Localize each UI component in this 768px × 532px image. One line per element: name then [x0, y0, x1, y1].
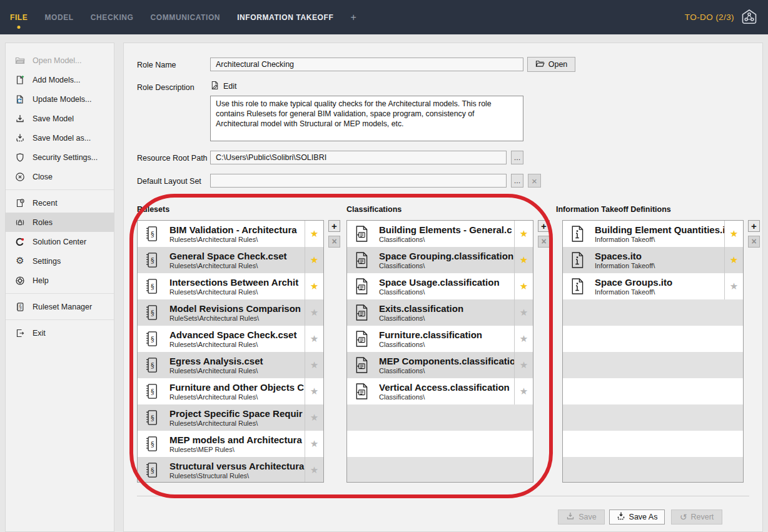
sidebar-item-ruleset-manager[interactable]: § Ruleset Manager	[6, 297, 114, 316]
resource-root-input[interactable]	[210, 151, 507, 164]
sidebar-item-security-settings[interactable]: Security Settings...	[6, 148, 114, 167]
favorite-star[interactable]	[305, 273, 323, 299]
role-name-input[interactable]	[210, 58, 523, 71]
takeoff-row[interactable]: Space Groups.itoInformation Takeoff\	[563, 273, 743, 299]
tab-file[interactable]: FILE	[10, 13, 28, 22]
ruleset-row[interactable]: §Model Revisions ComparisonRuleSets\Arch…	[138, 299, 323, 326]
open-role-button[interactable]: Open	[527, 57, 575, 72]
classification-row[interactable]: MEP Components.classificatioClassificati…	[347, 352, 533, 378]
remove-classification-button[interactable]	[538, 236, 550, 248]
classification-row[interactable]: Space Grouping.classificationClassificat…	[347, 247, 533, 273]
classification-row[interactable]: Building Elements - General.cClassificat…	[347, 221, 533, 247]
remove-ruleset-button[interactable]	[328, 236, 340, 248]
sidebar-item-roles[interactable]: Roles	[6, 213, 114, 232]
ruleset-icon: §	[143, 277, 161, 296]
ruleset-row[interactable]: §General Space Check.csetRulesets\Archit…	[138, 247, 323, 273]
browse-resource-root-button[interactable]: …	[511, 151, 523, 164]
favorite-star[interactable]	[305, 457, 323, 483]
sidebar-item-close[interactable]: Close	[6, 167, 114, 186]
default-layout-input[interactable]	[210, 174, 507, 188]
add-takeoff-button[interactable]	[748, 220, 760, 232]
todo-indicator[interactable]: TO-DO (2/3)	[685, 13, 734, 22]
solution-center-icon	[14, 237, 26, 247]
new-view-tab-button[interactable]: +	[350, 12, 356, 23]
sidebar-item-save-model-as[interactable]: Save Model as...	[6, 128, 114, 148]
sidebar-item-open-model[interactable]: Open Model...	[6, 51, 114, 70]
ruleset-row[interactable]: §Structural versus ArchitecturaRulesets\…	[138, 457, 323, 483]
revert-button[interactable]: ↺ Revert	[671, 509, 722, 524]
favorite-star[interactable]	[305, 299, 323, 326]
sidebar-item-help[interactable]: Help	[6, 271, 114, 290]
add-classification-button[interactable]	[538, 220, 550, 232]
favorite-star[interactable]	[305, 431, 323, 457]
remove-takeoff-button[interactable]	[748, 236, 760, 248]
browse-default-layout-button[interactable]: …	[511, 174, 523, 188]
favorite-star[interactable]	[724, 221, 743, 247]
classification-icon	[352, 277, 371, 296]
classifications-actions	[538, 220, 550, 248]
classification-row[interactable]: Vertical Access.classificationClassifica…	[347, 378, 533, 404]
ruleset-row[interactable]: §Egress Analysis.csetRulesets\Architectu…	[138, 352, 323, 378]
favorite-star[interactable]	[514, 273, 533, 299]
favorite-star[interactable]	[305, 352, 323, 378]
ruleset-row[interactable]: §MEP models and ArchitecturaRulesets\MEP…	[138, 431, 323, 457]
empty-row	[347, 431, 533, 457]
sidebar-item-update-models[interactable]: Update Models...	[6, 89, 114, 109]
save-download-icon	[14, 114, 26, 124]
role-description-textarea[interactable]: Use this role to make typical quality ch…	[210, 96, 523, 141]
tab-checking[interactable]: CHECKING	[91, 13, 134, 22]
favorite-star[interactable]	[305, 326, 323, 352]
favorite-star[interactable]	[724, 247, 743, 273]
classification-icon	[352, 382, 371, 401]
tab-communication[interactable]: COMMUNICATION	[151, 13, 221, 22]
star-icon	[310, 386, 318, 397]
ruleset-row[interactable]: §Project Specific Space RequirRulesets\A…	[138, 404, 323, 431]
file-menu-sidebar: Open Model... Add Models... Update Model…	[5, 43, 114, 532]
takeoff-row[interactable]: Building Element Quantities.itInformatio…	[563, 221, 743, 247]
sidebar-item-solution-center[interactable]: Solution Center	[6, 232, 114, 251]
edit-description-button[interactable]: Edit	[210, 80, 237, 93]
ruleset-icon: §	[143, 356, 161, 374]
sidebar-item-save-model[interactable]: Save Model	[6, 109, 114, 128]
add-ruleset-button[interactable]	[328, 220, 340, 232]
ruleset-row[interactable]: §BIM Validation - ArchitecturaRulesets\A…	[138, 221, 323, 247]
classification-row[interactable]: Furniture.classificationClassifications\	[347, 326, 533, 352]
favorite-star[interactable]	[514, 378, 533, 404]
ruleset-row[interactable]: §Advanced Space Check.csetRulesets\Archi…	[138, 326, 323, 352]
classification-icon	[352, 224, 371, 243]
takeoff-row[interactable]: Spaces.itoInformation Takeoff\	[563, 247, 743, 273]
file-refresh-icon	[14, 94, 26, 104]
sidebar-item-settings[interactable]: ⚙ Settings	[6, 251, 114, 271]
ruleset-row[interactable]: §Furniture and Other Objects CRulesets\A…	[138, 378, 323, 404]
classification-icon	[352, 356, 371, 374]
favorite-star[interactable]	[514, 299, 533, 326]
favorite-star[interactable]	[305, 404, 323, 431]
favorite-star[interactable]	[724, 273, 743, 299]
favorite-star[interactable]	[305, 247, 323, 273]
tab-model[interactable]: MODEL	[44, 13, 73, 22]
favorite-star[interactable]	[514, 326, 533, 352]
empty-row	[347, 457, 533, 483]
save-button[interactable]: Save	[558, 509, 605, 524]
sidebar-item-add-models[interactable]: Add Models...	[6, 70, 114, 89]
sidebar-item-recent[interactable]: Recent	[6, 193, 114, 213]
favorite-star[interactable]	[514, 221, 533, 247]
ruleset-row[interactable]: §Intersections Between ArchitRulesets\Ar…	[138, 273, 323, 299]
star-icon	[310, 228, 318, 239]
classification-row[interactable]: Exits.classificationClassifications\	[347, 299, 533, 326]
save-as-button[interactable]: Save As	[609, 509, 665, 524]
tab-information-takeoff[interactable]: INFORMATION TAKEOFF	[237, 13, 333, 22]
favorite-star[interactable]	[305, 378, 323, 404]
favorite-star[interactable]	[514, 352, 533, 378]
empty-row	[347, 404, 533, 431]
classifications-panel-title: Classifications	[346, 205, 402, 214]
save-icon	[566, 512, 575, 522]
sidebar-item-exit[interactable]: Exit	[6, 323, 114, 343]
svg-text:§: §	[151, 283, 154, 291]
star-icon	[310, 438, 318, 449]
clear-default-layout-button[interactable]: ×	[528, 174, 541, 188]
ruleset-icon: §	[143, 251, 161, 269]
favorite-star[interactable]	[305, 221, 323, 247]
favorite-star[interactable]	[514, 247, 533, 273]
classification-row[interactable]: Space Usage.classificationClassification…	[347, 273, 533, 299]
